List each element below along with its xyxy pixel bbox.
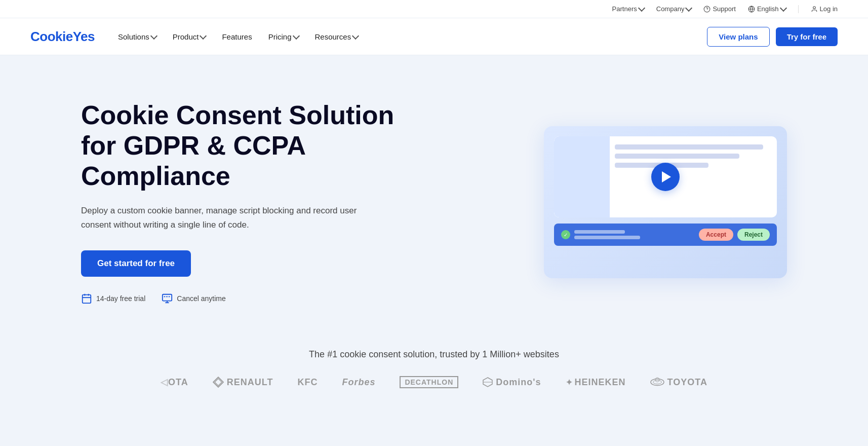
resources-label: Resources [315,32,351,41]
hero-title: Cookie Consent Solution for GDPR & CCPA … [81,100,415,191]
accept-button-visual: Accept [699,229,733,241]
brand-heineken: ✦HEINEKEN [566,377,626,388]
hero-badges: 14-day free trial Cancel anytime [81,293,415,304]
visual-line-2 [615,154,739,159]
nav-solutions[interactable]: Solutions [111,28,164,45]
login-label: Log in [820,5,838,13]
hero-content: Cookie Consent Solution for GDPR & CCPA … [81,100,415,304]
logo-text-blue: Yes [73,29,95,44]
globe-icon [748,6,755,13]
visual-sidebar [554,136,610,217]
play-triangle-icon [662,171,671,182]
banner-check-icon: ✓ [561,230,570,239]
view-plans-button[interactable]: View plans [707,27,769,47]
renault-logo-icon [213,377,224,388]
banner-line-1 [574,230,625,234]
cancel-icon [162,293,173,304]
partners-label: Partners [612,5,637,13]
visual-line-1 [615,144,763,150]
support-label: Support [713,5,736,13]
reject-button-visual: Reject [737,229,770,241]
nav-pricing[interactable]: Pricing [261,28,306,45]
language-chevron-icon [780,5,787,12]
nav-links: Solutions Product Features Pricing Resou… [111,28,365,45]
partners-chevron-icon [638,5,645,12]
product-label: Product [173,32,199,41]
trial-badge: 14-day free trial [81,293,145,304]
svg-rect-9 [163,294,172,301]
pricing-label: Pricing [268,32,292,41]
logo[interactable]: CookieYes [30,29,95,45]
pricing-chevron-icon [292,32,299,39]
solutions-label: Solutions [118,32,149,41]
brand-forbes: Forbes [342,377,375,388]
calendar-icon [81,293,92,304]
banner-line-2 [574,236,640,239]
banner-buttons: Accept Reject [699,229,770,241]
brand-ota: ◁OTA [161,377,188,388]
cancel-label: Cancel anytime [177,294,226,303]
banner-left: ✓ [561,230,640,239]
hero-visual: ✓ Accept Reject [544,126,787,278]
language-nav[interactable]: English [748,5,786,13]
brand-kfc: KFC [297,377,318,388]
top-bar: Partners Company Support English Log in [0,0,868,18]
hero-subtitle: Deploy a custom cookie banner, manage sc… [81,204,365,232]
brand-dominos: Domino's [483,377,541,388]
nav-features[interactable]: Features [215,28,259,45]
trust-tagline: The #1 cookie consent solution, trusted … [0,349,868,360]
nav-right: View plans Try for free [707,27,838,47]
visual-content [615,144,771,172]
svg-point-19 [655,378,659,382]
trial-label: 14-day free trial [96,294,145,303]
user-icon [811,6,818,13]
resources-chevron-icon [352,32,359,39]
language-label: English [757,5,779,13]
hero-section: Cookie Consent Solution for GDPR & CCPA … [0,55,868,339]
company-label: Company [656,5,685,13]
main-nav: CookieYes Solutions Product Features Pri… [0,18,868,55]
play-button[interactable] [651,163,680,191]
product-chevron-icon [200,32,207,39]
get-started-button[interactable]: Get started for free [81,250,191,277]
features-label: Features [222,32,252,41]
svg-rect-5 [83,294,91,303]
nav-left: CookieYes Solutions Product Features Pri… [30,28,365,45]
support-icon [703,6,711,13]
nav-product[interactable]: Product [166,28,213,45]
visual-browser [554,136,777,217]
toyota-logo-icon [650,377,664,387]
partners-nav[interactable]: Partners [612,5,644,13]
brand-renault: RENAULT [213,377,273,388]
svg-point-4 [813,6,815,9]
brand-toyota: TOYOTA [650,377,707,388]
brand-decathlon: DECATHLON [400,376,458,388]
nav-resources[interactable]: Resources [308,28,366,45]
company-chevron-icon [685,5,692,12]
support-nav[interactable]: Support [703,5,736,13]
cancel-badge: Cancel anytime [162,293,226,304]
brand-logos-row: ◁OTA RENAULT KFC Forbes DECATHLON Domino… [0,376,868,388]
company-nav[interactable]: Company [656,5,692,13]
login-nav[interactable]: Log in [811,5,838,13]
dominos-logo-icon [483,377,493,387]
cookie-banner-visual: ✓ Accept Reject [554,224,777,246]
logo-text-black: Cookie [30,29,73,44]
solutions-chevron-icon [150,32,157,39]
trust-section: The #1 cookie consent solution, trusted … [0,339,868,403]
top-bar-divider [798,5,799,13]
try-free-button[interactable]: Try for free [776,27,838,46]
banner-text-lines [574,230,640,239]
